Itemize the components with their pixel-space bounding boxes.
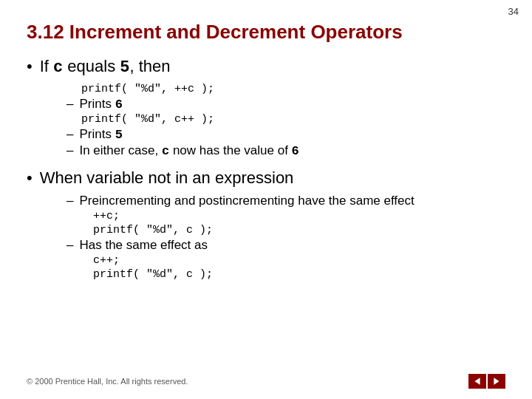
sub-item-prints5: – Prints 5 — [66, 127, 505, 142]
either-text: In either case, c now has the value of 6 — [79, 143, 299, 158]
footer-copyright: © 2000 Prentice Hall, Inc. All rights re… — [27, 377, 188, 386]
bullet1: • If c equals 5, then — [27, 57, 505, 77]
preincrement-text: Preincrementing and postincrementing hav… — [79, 194, 414, 208]
sub-item-either: – In either case, c now has the value of… — [66, 143, 505, 158]
sub-item-prints6: – Prints 6 — [66, 97, 505, 112]
dash-1: – — [66, 97, 73, 112]
sub-list-1: printf( "%d", ++c ); – Prints 6 printf( … — [66, 83, 505, 158]
slide: 34 3.12 Increment and Decrement Operator… — [0, 0, 532, 399]
dash-3: – — [66, 143, 73, 158]
dash-2: – — [66, 127, 73, 142]
nav-next-button[interactable] — [488, 374, 505, 389]
dash-5: – — [66, 238, 73, 253]
sub-item-same-effect: – Has the same effect as — [66, 238, 505, 253]
dash-4: – — [66, 194, 73, 208]
prints6-code: 6 — [115, 98, 123, 112]
next-icon — [492, 377, 501, 386]
either-code-c: c — [162, 144, 169, 158]
either-code-6: 6 — [292, 144, 299, 158]
nav-buttons[interactable] — [468, 374, 505, 389]
bullet1-text: If c equals 5, then — [40, 57, 171, 77]
code-line-1: printf( "%d", ++c ); — [81, 83, 505, 95]
bullet2: • When variable not in an expression — [27, 168, 505, 188]
prints5-code: 5 — [115, 128, 123, 142]
slide-number: 34 — [508, 6, 519, 17]
bullet1-code1: c — [53, 58, 63, 77]
slide-title: 3.12 Increment and Decrement Operators — [27, 21, 505, 44]
prints5-text: Prints 5 — [79, 127, 122, 142]
bullet-dot-2: • — [27, 168, 33, 188]
bullet-dot-1: • — [27, 57, 33, 76]
code-line-2: printf( "%d", c++ ); — [81, 113, 505, 126]
bullet1-code2: 5 — [120, 58, 129, 77]
same-effect-text: Has the same effect as — [79, 238, 208, 253]
code-line-5: c++; — [93, 254, 505, 267]
prev-icon — [473, 377, 482, 386]
code-line-3: ++c; — [93, 210, 505, 222]
bullet2-text: When variable not in an expression — [40, 168, 294, 188]
sub-list-2: – Preincrementing and postincrementing h… — [66, 194, 505, 281]
code-line-4: printf( "%d", c ); — [93, 224, 505, 236]
prints6-text: Prints 6 — [79, 97, 122, 112]
footer: © 2000 Prentice Hall, Inc. All rights re… — [27, 374, 505, 389]
code-line-6: printf( "%d", c ); — [93, 268, 505, 281]
nav-prev-button[interactable] — [468, 374, 486, 389]
sub-item-preincrement: – Preincrementing and postincrementing h… — [66, 194, 505, 208]
svg-marker-1 — [494, 378, 499, 385]
svg-marker-0 — [474, 378, 480, 385]
